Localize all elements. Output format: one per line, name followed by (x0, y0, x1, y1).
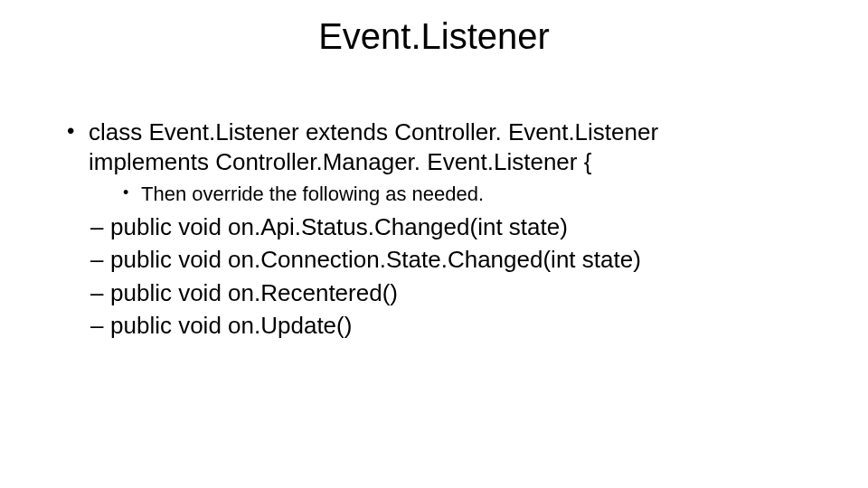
method-item: public void on.Connection.State.Changed(… (90, 245, 805, 275)
slide: Event.Listener class Event.Listener exte… (0, 0, 868, 488)
bullet-item-class-decl: class Event.Listener extends Controller.… (63, 117, 805, 341)
sub-bullet-override: Then override the following as needed. (123, 182, 805, 207)
class-decl-line1: class Event.Listener extends Controller.… (89, 118, 658, 145)
method-item: public void on.Update() (90, 311, 805, 341)
bullet-list-level1: class Event.Listener extends Controller.… (63, 117, 805, 341)
method-item: public void on.Api.Status.Changed(int st… (90, 212, 805, 242)
bullet-list-level2: Then override the following as needed. (89, 182, 805, 207)
method-item: public void on.Recentered() (90, 278, 805, 308)
slide-title: Event.Listener (0, 16, 868, 57)
class-decl-line2: implements Controller.Manager. Event.Lis… (89, 148, 591, 175)
bullet-list-level3: public void on.Api.Status.Changed(int st… (89, 212, 805, 341)
slide-body: class Event.Listener extends Controller.… (63, 117, 805, 344)
